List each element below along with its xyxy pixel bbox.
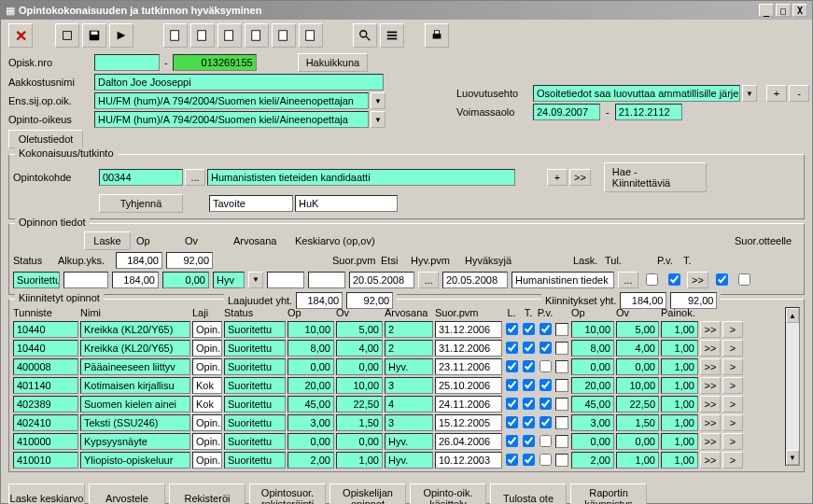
cell-suorpvm[interactable]: 10.12.2003	[435, 452, 502, 469]
nav-icon-1[interactable]	[55, 23, 79, 48]
btn-raportin[interactable]: Raportin käynnistys	[570, 483, 647, 504]
cell-nimi[interactable]: Yliopisto-opiskeluur	[80, 452, 190, 469]
hae-button[interactable]: Hae - Kiinnitettäviä	[604, 162, 707, 192]
row-pv-check[interactable]	[540, 323, 552, 335]
cell-nimi[interactable]: Kypsyysnäyte	[80, 433, 190, 450]
kokonaisuus-plus[interactable]: +	[547, 169, 568, 186]
hakuikkuna-button[interactable]: Hakuikkuna	[298, 53, 368, 72]
cell-op2[interactable]: 3,00	[571, 414, 614, 431]
row-arrow-button[interactable]: >>	[700, 396, 721, 413]
row-arrow-button[interactable]: >>	[700, 358, 721, 375]
alkupyks-field[interactable]	[63, 272, 108, 288]
cell-ov[interactable]: 1,50	[336, 414, 383, 431]
cell-suorpvm[interactable]: 24.11.2006	[435, 396, 502, 413]
page-last-icon[interactable]	[299, 23, 323, 48]
ens-field[interactable]: HU/FM (hum)/A 794/2004/Suomen kieli/Aine…	[94, 92, 369, 109]
cell-nimi[interactable]: Kotimaisen kirjallisu	[80, 377, 190, 394]
btn-opintosuor[interactable]: Opintosuor. rekisteröinti	[249, 483, 326, 504]
voimassaolo-to[interactable]: 21.12.2112	[615, 104, 682, 120]
table-row[interactable]: 400008Pääaineeseen liittyvOpin.Suoritett…	[13, 357, 783, 375]
row-l-check[interactable]	[506, 360, 518, 372]
opinto-oikeus-field[interactable]: HU/FM (hum)/A 794/2004/Suomen kieli/Aine…	[94, 111, 369, 128]
cell-op[interactable]: 45,00	[287, 396, 334, 413]
ov-val1[interactable]: 92,00	[166, 252, 213, 269]
cell-ov[interactable]: 0,00	[336, 433, 383, 450]
cell-status[interactable]: Suoritettu	[224, 452, 286, 469]
opintokohde-dots[interactable]: ...	[185, 169, 205, 186]
page-next2-icon[interactable]	[245, 23, 269, 48]
row-pvw-box[interactable]	[555, 454, 568, 467]
cell-ov[interactable]: 22,50	[336, 396, 383, 413]
cell-ov[interactable]: 0,00	[336, 358, 383, 375]
row-pv-check[interactable]	[540, 398, 552, 410]
tul-check[interactable]	[668, 273, 680, 286]
cell-painok[interactable]: 1,00	[661, 414, 698, 431]
nav-icon-3[interactable]	[109, 23, 133, 48]
cell-arvosana[interactable]: Hyv.	[385, 358, 433, 375]
search-icon[interactable]	[353, 23, 377, 48]
cell-arvosana[interactable]: 2	[385, 321, 433, 338]
save-icon[interactable]	[82, 23, 106, 48]
row-arrow-button[interactable]: >>	[700, 452, 721, 469]
cell-painok[interactable]: 1,00	[661, 433, 698, 450]
hyvpvm-field[interactable]: 20.05.2008	[442, 272, 508, 288]
pv-check[interactable]	[716, 273, 728, 286]
aakkostusnimi-field[interactable]: Dalton Joe Jooseppi	[94, 74, 384, 91]
cell-tunniste[interactable]: 402389	[13, 396, 78, 413]
cell-ov[interactable]: 1,00	[336, 452, 383, 469]
cell-arvosana[interactable]: Hyv.	[385, 452, 433, 469]
row-pv-check[interactable]	[540, 435, 552, 447]
cell-op2[interactable]: 45,00	[571, 396, 614, 413]
page-next-icon[interactable]	[272, 23, 296, 48]
btn-arvostele[interactable]: Arvostele	[89, 483, 165, 504]
row-t-check[interactable]	[523, 416, 535, 428]
minimize-button[interactable]: _	[759, 4, 774, 17]
row-l-check[interactable]	[506, 323, 518, 335]
cell-status[interactable]: Suoritettu	[224, 340, 286, 357]
grid-scrollbar[interactable]: ▲ ▼	[785, 307, 800, 466]
cell-painok[interactable]: 1,00	[661, 377, 698, 394]
hyvaksyja-dots[interactable]: ...	[618, 272, 638, 288]
hyv-dropdown[interactable]: ▼	[248, 272, 263, 288]
cell-status[interactable]: Suoritettu	[224, 433, 286, 450]
row-t-check[interactable]	[523, 323, 535, 335]
cell-suorpvm[interactable]: 31.12.2006	[435, 321, 502, 338]
cell-op[interactable]: 20,00	[287, 377, 334, 394]
cell-laji[interactable]: Opin.	[192, 433, 222, 450]
table-row[interactable]: 402389Suomen kielen aineiKokSuoritettu45…	[13, 395, 783, 413]
cell-status[interactable]: Suoritettu	[224, 321, 286, 338]
row-l-check[interactable]	[506, 398, 518, 410]
luovutusehto-field[interactable]: Osoitetiedot saa luovuttaa ammatillisill…	[533, 85, 740, 102]
row-l-check[interactable]	[506, 435, 518, 447]
scroll-up-icon[interactable]: ▲	[786, 308, 799, 323]
cell-tunniste[interactable]: 10440	[13, 321, 78, 338]
row-arrow-button[interactable]: >>	[700, 377, 721, 394]
etsi-dots[interactable]: ...	[418, 272, 439, 288]
cell-arvosana[interactable]: 3	[385, 377, 433, 394]
btn-tulosta[interactable]: Tulosta ote	[490, 483, 567, 504]
cell-ov2[interactable]: 0,00	[616, 433, 659, 450]
cell-ov2[interactable]: 1,00	[616, 452, 659, 469]
status-field[interactable]: Suoritettu	[13, 272, 60, 288]
row-arrow2-button[interactable]: >	[722, 433, 743, 450]
table-row[interactable]: 10440Kreikka (KL20/Y65)Opin.Suoritettu8,…	[13, 339, 783, 357]
row-t-check[interactable]	[523, 360, 535, 372]
suorpvm-field[interactable]: 20.05.2008	[349, 272, 414, 288]
btn-opiskelijan[interactable]: Opiskelijan opinnot	[329, 483, 406, 504]
cell-laji[interactable]: Opin.	[192, 452, 222, 469]
cell-ov[interactable]: 5,00	[336, 321, 383, 338]
table-row[interactable]: 410010Yliopisto-opiskeluurOpin.Suoritett…	[13, 451, 783, 469]
row-arrow-button[interactable]: >>	[700, 414, 721, 431]
maximize-button[interactable]: □	[776, 4, 791, 17]
luovutusehto-dropdown[interactable]: ▼	[742, 85, 757, 102]
cell-status[interactable]: Suoritettu	[224, 377, 286, 394]
cell-arvosana[interactable]: 4	[385, 396, 433, 413]
row-arrow2-button[interactable]: >	[722, 452, 743, 469]
cancel-icon[interactable]: ✕	[8, 23, 33, 48]
opisk-nro-field-2[interactable]: 013269155	[173, 54, 257, 71]
row-t-check[interactable]	[523, 435, 535, 447]
cell-op[interactable]: 8,00	[287, 340, 334, 357]
row-pv-check[interactable]	[540, 454, 552, 466]
row-pvw-box[interactable]	[555, 360, 568, 373]
cell-op2[interactable]: 10,00	[571, 321, 614, 338]
